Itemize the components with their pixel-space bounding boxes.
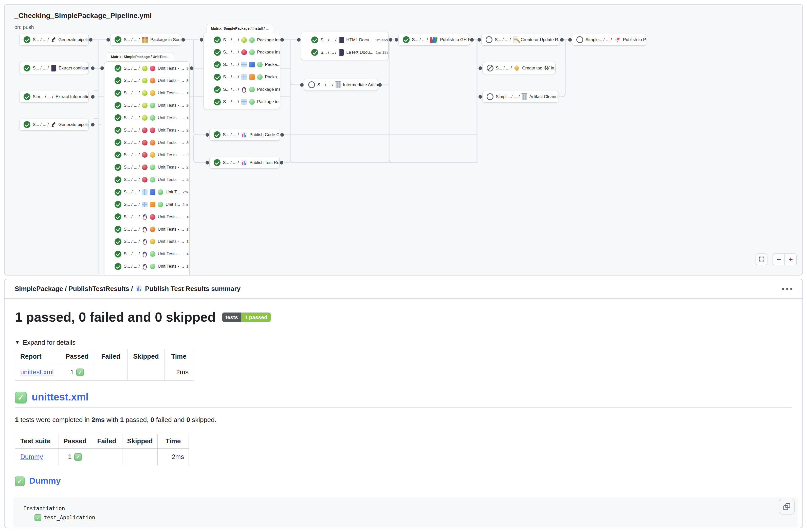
table-cell: [122, 449, 158, 466]
fullscreen-button[interactable]: [755, 253, 767, 265]
workflow-job-node[interactable]: S... / ... /Publish to GH-P...7s: [399, 34, 470, 45]
job-prefix: S... / ... /: [33, 122, 49, 127]
workflow-job-node[interactable]: S... / ... /Package ins...11s: [204, 34, 280, 46]
workflow-job-node[interactable]: S... / ... /Unit Tests - ...36s: [104, 62, 189, 74]
workflow-job-node[interactable]: S... / ... /Unit Tests - ...25s: [104, 149, 189, 161]
workflow-job-node[interactable]: S... / ... /Publish Code C...22s: [209, 129, 280, 141]
penguin-icon: [142, 251, 148, 258]
workflow-job-node[interactable]: S... / ... /Extract configur...6s: [19, 62, 89, 74]
workflow-job-node[interactable]: S... / ... /Unit Tests - ...30s: [104, 137, 189, 149]
job-prefix: Simpl... / ... /: [496, 94, 520, 99]
job-prefix: S... / ... /: [412, 37, 428, 42]
triangle-down-icon: ▼: [15, 338, 20, 347]
job-label: Unit Tests - ...: [158, 152, 184, 157]
workflow-job-node[interactable]: S... / ... /Unit T...2m 7s: [104, 186, 189, 198]
workflow-job-node[interactable]: S... / ... /Unit Tests - ...20s: [104, 100, 189, 112]
job-label: Unit Tests - ...: [158, 91, 184, 96]
workflow-job-node[interactable]: S... / ... /Package in Sou...18s: [110, 34, 181, 45]
success-status-icon: [115, 251, 121, 258]
workflow-job-node[interactable]: S... / ... /Unit Tests - ...27s: [104, 162, 189, 173]
workflow-job-node[interactable]: S... / ... /Unit Tests - ...15s: [104, 236, 189, 248]
workflow-job-node[interactable]: S... / ... /Unit Tests - ...14s: [104, 248, 189, 260]
workflow-job-node[interactable]: Simpl... / ... /Artifact Cleanup: [482, 91, 558, 103]
report-link[interactable]: unittest.xml: [20, 368, 54, 376]
table-cell: [128, 364, 165, 381]
matrix-group-box: S... / ... /HTML Docu...1m 46sS... / ...…: [301, 32, 388, 60]
fullscreen-icon: [758, 256, 765, 263]
suite-heading-link[interactable]: Dummy: [29, 474, 61, 487]
workflow-job-node[interactable]: S... / ... /Intermediate Artifa...: [304, 79, 378, 91]
workflow-job-node[interactable]: S... / ... /Package ins...22s: [204, 96, 280, 108]
penguin-icon: [142, 238, 148, 245]
job-label: Unit Tests - ...: [158, 165, 184, 170]
workflow-job-node[interactable]: S... / ... /Unit Tests - ...14s: [104, 261, 189, 272]
job-prefix: S... / ... /: [320, 50, 336, 55]
copy-button[interactable]: [779, 499, 794, 514]
breadcrumb: SimplePackage / PublishTestResults / Pub…: [15, 285, 241, 293]
workflow-job-node[interactable]: S... / ... /LaTeX Docu...1m 18s: [301, 46, 388, 58]
matrix-group-box: S... / ... /Package ins...11sS... / ... …: [204, 33, 280, 109]
dot-green-icon: [158, 202, 163, 207]
job-duration: 20s: [186, 103, 189, 108]
workflow-job-node[interactable]: S... / ... /Unit Tests - ...19s: [104, 87, 189, 99]
suite-heading: ✓ Dummy: [15, 474, 792, 487]
matrix-group-label: Matrix: SimplePackage / Install / ...: [207, 24, 273, 33]
kebab-menu-icon[interactable]: [782, 288, 792, 290]
success-status-icon: [214, 99, 221, 106]
square-blue-icon: [249, 62, 255, 68]
success-status-icon: [115, 36, 121, 43]
red-apple-icon: [142, 128, 148, 133]
success-status-icon: [403, 36, 409, 43]
notebook-icon: [339, 49, 344, 56]
workflow-job-node[interactable]: Simple... / ... /Publish to PyPI: [572, 34, 646, 45]
test-results-summary-panel: SimplePackage / PublishTestResults / Pub…: [4, 279, 803, 528]
time-cell: 2ms: [158, 449, 189, 466]
workflow-job-node[interactable]: S... / ... /Unit Tests - ...40s: [104, 174, 189, 186]
workflow-job-node[interactable]: S... / ... /Unit Tests - ...13s: [104, 223, 189, 235]
job-label: HTML Docu...: [346, 38, 372, 42]
zoom-out-button[interactable]: −: [773, 254, 785, 265]
zoom-control: − +: [772, 253, 797, 265]
code-text: test_Application: [44, 514, 95, 520]
workflow-job-node[interactable]: S... / ... /Unit Tests - ...28s: [104, 124, 189, 136]
workflow-job-node[interactable]: S... / ... /Unit Tests - ...39s: [104, 75, 189, 87]
expand-summary[interactable]: ▼ Expand for details: [15, 338, 792, 347]
job-label: Package in Sou...: [150, 37, 181, 42]
workflow-job-node[interactable]: S... / ... /Publish Test Re...14s: [209, 157, 280, 169]
workflow-job-node[interactable]: S... / ... /Unit T...2m 3s: [104, 198, 189, 210]
workflow-job-node[interactable]: S... / ... /Packa...1m 45s: [204, 59, 280, 71]
workflow-job-node[interactable]: Sim... / ... /Extract Information4s: [19, 91, 89, 103]
dot-orange-icon: [150, 78, 155, 83]
workflow-job-node[interactable]: S... / ... /Package ins...14s: [204, 46, 280, 58]
job-prefix: S... / ... /: [124, 103, 140, 108]
workflow-job-node[interactable]: S... / ... /Create tag '${{ in...0s: [482, 62, 556, 74]
workflow-job-node[interactable]: S... / ... /Generate pipelin...3s: [19, 34, 89, 45]
workflow-job-node[interactable]: S... / ... /Package inst...9s: [204, 84, 280, 96]
workflow-job-node[interactable]: S... / ... /Unit Tests - ...18s: [104, 112, 189, 124]
job-label: Intermediate Artifa...: [343, 82, 378, 88]
tests-badge: tests 1 passed: [222, 312, 271, 322]
job-prefix: S... / ... /: [124, 140, 140, 145]
workflow-job-node[interactable]: S... / ... /Create or Update R...: [481, 34, 560, 45]
job-label: Unit Tests - ...: [158, 78, 184, 83]
job-label: Unit Tests - ...: [158, 128, 184, 133]
column-header: Time: [158, 434, 189, 449]
workflow-job-node[interactable]: S... / ... /Generate pipelin...4s: [19, 119, 89, 131]
report-link[interactable]: Dummy: [20, 453, 43, 460]
workflow-job-node[interactable]: S... / ... /Unit Tests - ...16s: [104, 211, 189, 223]
job-duration: 14s: [186, 264, 189, 269]
job-label: Extract configur...: [59, 65, 89, 71]
workflow-job-node[interactable]: S... / ... /Packa...1m 48s: [204, 71, 280, 83]
job-label: Package ins...: [257, 99, 280, 104]
job-label: Package ins...: [257, 50, 280, 55]
job-duration: 18s: [186, 116, 189, 120]
package-icon: [142, 37, 148, 43]
job-duration: 14s: [186, 252, 189, 256]
file-heading-link[interactable]: unittest.xml: [32, 390, 89, 404]
success-status-icon: [214, 159, 220, 166]
zoom-in-button[interactable]: +: [785, 254, 796, 265]
workflow-job-node[interactable]: S... / ... /HTML Docu...1m 46s: [301, 34, 388, 46]
job-prefix: Simple... / ... /: [585, 37, 612, 42]
dot-red-icon: [150, 65, 155, 71]
success-status-icon: [115, 127, 121, 134]
